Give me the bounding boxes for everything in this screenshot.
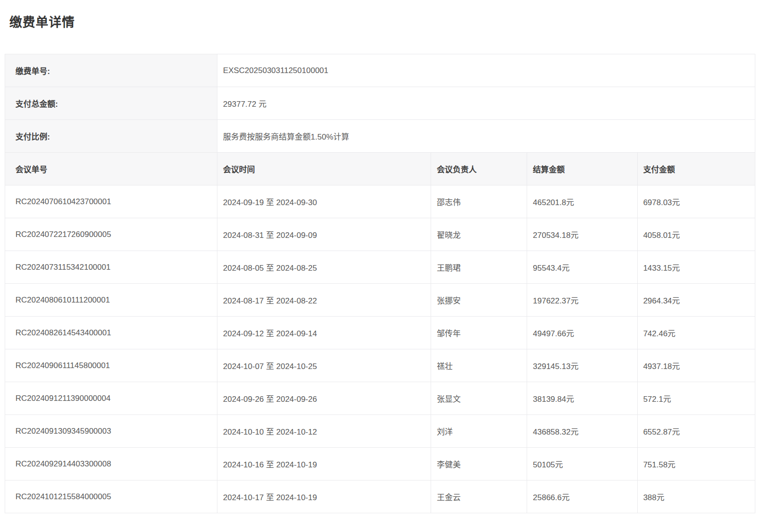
table-row: RC20240722172609000052024-08-31 至 2024-0… — [5, 218, 755, 251]
order-no-cell: RC2024070610423700001 — [5, 185, 217, 218]
payment-detail-page: 缴费单详情 缴费单号:EXSC2025030311250100001支付总金额:… — [0, 12, 760, 513]
info-row: 支付总金额:29377.72 元 — [5, 87, 755, 120]
owner-cell: 张显文 — [431, 382, 527, 415]
pay-amount-cell: 2964.34元 — [637, 284, 755, 317]
table-row: RC20240906111458000012024-10-07 至 2024-1… — [5, 349, 755, 382]
owner-cell: 王鹏珺 — [431, 251, 527, 284]
settle-amount-cell: 465201.8元 — [527, 185, 637, 218]
order-no-cell: RC2024082614543400001 — [5, 317, 217, 349]
table-row: RC20241012155840000052024-10-17 至 2024-1… — [5, 480, 755, 513]
pay-amount-cell: 388元 — [637, 480, 755, 513]
settle-amount-cell: 436858.32元 — [527, 415, 637, 448]
column-header-settle-amount: 结算金额 — [527, 153, 637, 185]
info-label: 缴费单号: — [5, 54, 217, 87]
time-cell: 2024-09-12 至 2024-09-14 — [217, 317, 431, 349]
order-no-cell: RC2024101215584000005 — [5, 480, 217, 513]
info-label: 支付比例: — [5, 120, 217, 153]
table-row: RC20240706104237000012024-09-19 至 2024-0… — [5, 185, 755, 218]
time-cell: 2024-08-17 至 2024-08-22 — [217, 284, 431, 317]
time-cell: 2024-10-07 至 2024-10-25 — [217, 349, 431, 382]
settle-amount-cell: 329145.13元 — [527, 349, 637, 382]
settle-amount-cell: 50105元 — [527, 448, 637, 480]
owner-cell: 李健美 — [431, 448, 527, 480]
column-header-pay-amount: 支付金额 — [637, 153, 755, 185]
time-cell: 2024-10-16 至 2024-10-19 — [217, 448, 431, 480]
table-row: RC20240806101112000012024-08-17 至 2024-0… — [5, 284, 755, 317]
column-header-owner: 会议负责人 — [431, 153, 527, 185]
owner-cell: 禚壮 — [431, 349, 527, 382]
table-row: RC20240912113900000042024-09-26 至 2024-0… — [5, 382, 755, 415]
pay-amount-cell: 4937.18元 — [637, 349, 755, 382]
info-row: 缴费单号:EXSC2025030311250100001 — [5, 54, 755, 87]
table-row: RC20240731153421000012024-08-05 至 2024-0… — [5, 251, 755, 284]
order-no-cell: RC2024073115342100001 — [5, 251, 217, 284]
column-header-order-no: 会议单号 — [5, 153, 217, 185]
settle-amount-cell: 25866.6元 — [527, 480, 637, 513]
owner-cell: 邵志伟 — [431, 185, 527, 218]
pay-amount-cell: 1433.15元 — [637, 251, 755, 284]
info-value: EXSC2025030311250100001 — [217, 54, 755, 87]
settle-amount-cell: 38139.84元 — [527, 382, 637, 415]
table-row: RC20240826145434000012024-09-12 至 2024-0… — [5, 317, 755, 349]
order-no-cell: RC2024090611145800001 — [5, 349, 217, 382]
owner-cell: 张挪安 — [431, 284, 527, 317]
time-cell: 2024-10-17 至 2024-10-19 — [217, 480, 431, 513]
time-cell: 2024-08-05 至 2024-08-25 — [217, 251, 431, 284]
info-value: 29377.72 元 — [217, 87, 755, 120]
order-no-cell: RC2024092914403300008 — [5, 448, 217, 480]
table-row: RC20240929144033000082024-10-16 至 2024-1… — [5, 448, 755, 480]
bill-info-body: 缴费单号:EXSC2025030311250100001支付总金额:29377.… — [5, 54, 755, 153]
time-cell: 2024-08-31 至 2024-09-09 — [217, 218, 431, 251]
order-no-cell: RC2024091211390000004 — [5, 382, 217, 415]
info-row: 支付比例:服务费按服务商结算金额1.50%计算 — [5, 120, 755, 153]
info-value: 服务费按服务商结算金额1.50%计算 — [217, 120, 755, 153]
owner-cell: 刘洋 — [431, 415, 527, 448]
pay-amount-cell: 742.46元 — [637, 317, 755, 349]
owner-cell: 王金云 — [431, 480, 527, 513]
time-cell: 2024-09-19 至 2024-09-30 — [217, 185, 431, 218]
pay-amount-cell: 751.58元 — [637, 448, 755, 480]
meeting-table-header-row: 会议单号会议时间会议负责人结算金额支付金额 — [5, 153, 755, 185]
owner-cell: 邹传年 — [431, 317, 527, 349]
settle-amount-cell: 95543.4元 — [527, 251, 637, 284]
page-title: 缴费单详情 — [9, 12, 751, 30]
settle-amount-cell: 270534.18元 — [527, 218, 637, 251]
time-cell: 2024-10-10 至 2024-10-12 — [217, 415, 431, 448]
settle-amount-cell: 197622.37元 — [527, 284, 637, 317]
meeting-table-body: RC20240706104237000012024-09-19 至 2024-0… — [5, 185, 755, 513]
pay-amount-cell: 6978.03元 — [637, 185, 755, 218]
meeting-settlement-table: 会议单号会议时间会议负责人结算金额支付金额 RC2024070610423700… — [5, 152, 755, 513]
pay-amount-cell: 572.1元 — [637, 382, 755, 415]
settle-amount-cell: 49497.66元 — [527, 317, 637, 349]
order-no-cell: RC2024080610111200001 — [5, 284, 217, 317]
bill-info-table: 缴费单号:EXSC2025030311250100001支付总金额:29377.… — [5, 54, 755, 153]
time-cell: 2024-09-26 至 2024-09-26 — [217, 382, 431, 415]
pay-amount-cell: 6552.87元 — [637, 415, 755, 448]
column-header-time: 会议时间 — [217, 153, 431, 185]
order-no-cell: RC2024091309345900003 — [5, 415, 217, 448]
order-no-cell: RC2024072217260900005 — [5, 218, 217, 251]
pay-amount-cell: 4058.01元 — [637, 218, 755, 251]
owner-cell: 翟晓龙 — [431, 218, 527, 251]
table-row: RC20240913093459000032024-10-10 至 2024-1… — [5, 415, 755, 448]
info-label: 支付总金额: — [5, 87, 217, 120]
